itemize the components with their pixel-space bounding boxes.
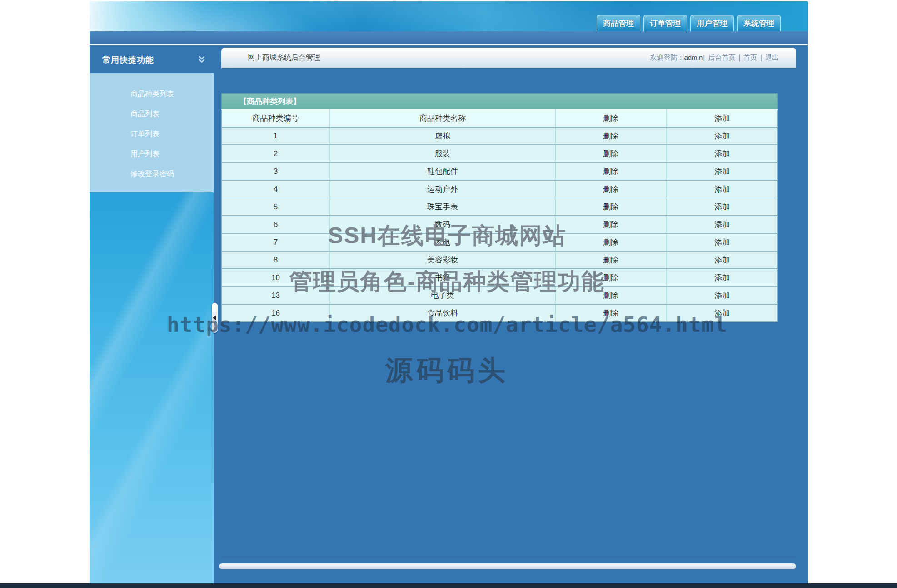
sidebar-item-change-password[interactable]: 修改登录密码 xyxy=(90,164,214,184)
table-row: 3鞋包配件删除添加 xyxy=(222,163,778,180)
category-id-cell: 13 xyxy=(222,287,330,304)
sidebar-item-user-list[interactable]: 用户列表 xyxy=(90,144,214,164)
delete-link[interactable]: 删除 xyxy=(555,233,667,251)
column-header: 商品种类编号 xyxy=(222,109,330,127)
username: admin xyxy=(684,54,703,61)
sidebar-item-product-list[interactable]: 商品列表 xyxy=(90,104,214,124)
category-id-cell: 8 xyxy=(222,251,330,269)
main-container: 常用快捷功能 商品种类列表商品列表订单列表用户列表修改登录密码 网上商城系统后台… xyxy=(90,45,808,583)
sidebar-item-order-list[interactable]: 订单列表 xyxy=(90,124,214,144)
add-link[interactable]: 添加 xyxy=(667,216,778,233)
table-row: 13电子类删除添加 xyxy=(222,287,778,304)
link-home[interactable]: 首页 xyxy=(743,54,757,61)
footer-bar xyxy=(0,583,897,588)
sidebar-menu: 商品种类列表商品列表订单列表用户列表修改登录密码 xyxy=(90,73,214,192)
add-link[interactable]: 添加 xyxy=(667,163,778,180)
category-id-cell: 5 xyxy=(222,198,330,216)
delete-link[interactable]: 删除 xyxy=(555,269,667,287)
category-name-cell: 食品饮料 xyxy=(330,304,555,322)
add-link[interactable]: 添加 xyxy=(667,180,778,198)
content-header: 网上商城系统后台管理 欢迎登陆：admin|后台首页|首页|退出 xyxy=(221,48,796,68)
link-admin-home[interactable]: 后台首页 xyxy=(708,54,735,61)
delete-link[interactable]: 删除 xyxy=(555,216,667,233)
top-nav: 商品管理订单管理用户管理系统管理 xyxy=(597,15,781,31)
category-table: 商品种类编号商品种类名称删除添加 1虚拟删除添加2服装删除添加3鞋包配件删除添加… xyxy=(221,109,778,322)
category-name-cell: 虚拟 xyxy=(330,127,555,145)
page-title: 网上商城系统后台管理 xyxy=(248,53,320,63)
category-name-cell: 家电 xyxy=(330,233,555,251)
category-id-cell: 6 xyxy=(222,216,330,233)
table-row: 2服装删除添加 xyxy=(222,145,778,163)
nav-tab-system-mgmt[interactable]: 系统管理 xyxy=(737,15,781,31)
welcome-bar: 欢迎登陆：admin|后台首页|首页|退出 xyxy=(650,54,779,62)
add-link[interactable]: 添加 xyxy=(667,127,778,145)
category-table-wrap: 【商品种类列表】 商品种类编号商品种类名称删除添加 1虚拟删除添加2服装删除添加… xyxy=(221,93,778,322)
table-row: 16食品饮料删除添加 xyxy=(222,304,778,322)
category-name-cell: 鞋包配件 xyxy=(330,163,555,180)
page: 商品管理订单管理用户管理系统管理 常用快捷功能 商品种类列表商品列表订单列表用户… xyxy=(0,0,897,588)
column-header: 商品种类名称 xyxy=(330,109,555,127)
table-row: 6数码删除添加 xyxy=(222,216,778,233)
add-link[interactable]: 添加 xyxy=(667,233,778,251)
separator: | xyxy=(760,54,762,61)
table-row: 4运动户外删除添加 xyxy=(222,180,778,198)
delete-link[interactable]: 删除 xyxy=(555,163,667,180)
nav-tab-order-mgmt[interactable]: 订单管理 xyxy=(643,15,687,31)
category-name-cell: 书籍 xyxy=(330,269,555,287)
column-header: 删除 xyxy=(555,109,667,127)
add-link[interactable]: 添加 xyxy=(667,251,778,269)
link-logout[interactable]: 退出 xyxy=(765,54,779,61)
category-id-cell: 3 xyxy=(222,163,330,180)
add-link[interactable]: 添加 xyxy=(667,304,778,322)
category-name-cell: 珠宝手表 xyxy=(330,198,555,216)
delete-link[interactable]: 删除 xyxy=(555,304,667,322)
sidebar-collapse-handle[interactable] xyxy=(212,303,218,333)
sidebar-title: 常用快捷功能 xyxy=(102,54,154,65)
category-name-cell: 运动户外 xyxy=(330,180,555,198)
category-name-cell: 电子类 xyxy=(330,287,555,304)
add-link[interactable]: 添加 xyxy=(667,145,778,163)
top-banner: 商品管理订单管理用户管理系统管理 xyxy=(90,1,808,33)
category-id-cell: 16 xyxy=(222,304,330,322)
banner-subband xyxy=(90,31,808,45)
category-name-cell: 数码 xyxy=(330,216,555,233)
table-title: 【商品种类列表】 xyxy=(221,93,778,109)
table-row: 1虚拟删除添加 xyxy=(222,127,778,145)
category-name-cell: 服装 xyxy=(330,145,555,163)
nav-tab-user-mgmt[interactable]: 用户管理 xyxy=(690,15,734,31)
delete-link[interactable]: 删除 xyxy=(555,251,667,269)
delete-link[interactable]: 删除 xyxy=(555,287,667,304)
table-row: 10书籍删除添加 xyxy=(222,269,778,287)
category-id-cell: 1 xyxy=(222,127,330,145)
welcome-label: 欢迎登陆： xyxy=(650,54,684,61)
delete-link[interactable]: 删除 xyxy=(555,198,667,216)
table-row: 7家电删除添加 xyxy=(222,233,778,251)
sidebar-decor xyxy=(90,192,214,583)
scroll-groove xyxy=(221,558,796,558)
category-id-cell: 4 xyxy=(222,180,330,198)
table-header-row: 商品种类编号商品种类名称删除添加 xyxy=(222,109,778,127)
nav-tab-product-mgmt[interactable]: 商品管理 xyxy=(597,15,640,31)
category-id-cell: 10 xyxy=(222,269,330,287)
table-row: 8美容彩妆删除添加 xyxy=(222,251,778,269)
delete-link[interactable]: 删除 xyxy=(555,145,667,163)
add-link[interactable]: 添加 xyxy=(667,287,778,304)
column-header: 添加 xyxy=(667,109,778,127)
delete-link[interactable]: 删除 xyxy=(555,180,667,198)
delete-link[interactable]: 删除 xyxy=(555,127,667,145)
separator: | xyxy=(703,54,705,61)
add-link[interactable]: 添加 xyxy=(667,198,778,216)
horizontal-scrollbar[interactable] xyxy=(219,563,796,569)
sidebar-item-category-list[interactable]: 商品种类列表 xyxy=(90,84,214,104)
table-row: 5珠宝手表删除添加 xyxy=(222,198,778,216)
separator: | xyxy=(738,54,740,61)
category-id-cell: 2 xyxy=(222,145,330,163)
category-name-cell: 美容彩妆 xyxy=(330,251,555,269)
add-link[interactable]: 添加 xyxy=(667,269,778,287)
category-id-cell: 7 xyxy=(222,233,330,251)
chevron-double-down-icon[interactable] xyxy=(198,55,206,64)
